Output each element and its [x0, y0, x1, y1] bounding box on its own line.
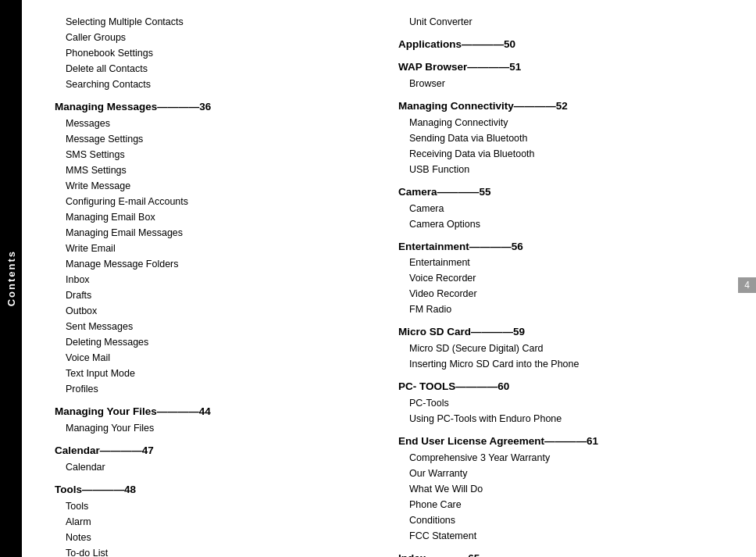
- section-title: Camera————55: [398, 185, 723, 200]
- list-item: Managing Connectivity: [398, 115, 723, 130]
- section-title: WAP Browser————51: [398, 60, 723, 75]
- list-item: Video Recorder: [398, 286, 723, 302]
- list-item: Our Warranty: [398, 466, 723, 481]
- list-item: Manage Message Folders: [55, 256, 380, 272]
- list-item: Sending Data via Bluetooth: [398, 130, 723, 146]
- list-item: What We Will Do: [398, 481, 723, 497]
- list-item: Receiving Data via Bluetooth: [398, 146, 723, 162]
- main-content: Selecting Multiple Contacts Caller Group…: [22, 0, 756, 557]
- list-item: Calendar: [55, 459, 380, 475]
- list-item: Messages: [55, 116, 380, 131]
- list-item: FCC Statement: [398, 528, 723, 544]
- section-title: Applications————50: [398, 37, 723, 52]
- list-item: Comprehensive 3 Year Warranty: [398, 450, 723, 466]
- list-item: Browser: [398, 76, 723, 91]
- section-microsd: Micro SD Card————59 Micro SD (Secure Dig…: [398, 325, 723, 372]
- section-camera: Camera————55 Camera Camera Options: [398, 185, 723, 232]
- list-item: Phonebook Settings: [55, 45, 380, 61]
- list-item: Write Email: [55, 241, 380, 256]
- list-item: Drafts: [55, 287, 380, 303]
- list-item: Phone Care: [398, 497, 723, 512]
- list-item: Configuring E-mail Accounts: [55, 194, 380, 209]
- section-title: Managing Connectivity————52: [398, 99, 723, 114]
- list-item: USB Function: [398, 162, 723, 177]
- list-item: PC-Tools: [398, 395, 723, 411]
- section-title: Managing Messages————36: [55, 100, 380, 115]
- list-item: Managing Email Box: [55, 209, 380, 225]
- section-pctools: PC- TOOLS————60 PC-Tools Using PC-Tools …: [398, 380, 723, 427]
- list-item: Conditions: [398, 512, 723, 528]
- sidebar-contents: Contents: [0, 0, 22, 557]
- list-item: Using PC-Tools with Enduro Phone: [398, 411, 723, 427]
- list-item: Outbox: [55, 303, 380, 319]
- section-connectivity: Managing Connectivity————52 Managing Con…: [398, 99, 723, 177]
- section-applications: Applications————50: [398, 37, 723, 52]
- list-item: Unit Converter: [398, 14, 723, 30]
- section-entertainment: Entertainment————56 Entertainment Voice …: [398, 240, 723, 318]
- list-item: Micro SD (Secure Digital) Card: [398, 341, 723, 356]
- top-items-group: Selecting Multiple Contacts Caller Group…: [55, 14, 380, 92]
- list-item: Notes: [55, 530, 380, 545]
- list-item: To-do List: [55, 545, 380, 557]
- list-item: Message Settings: [55, 131, 380, 147]
- section-title: Micro SD Card————59: [398, 325, 723, 340]
- list-item: Caller Groups: [55, 30, 380, 45]
- list-item: Camera: [398, 201, 723, 216]
- list-item: FM Radio: [398, 302, 723, 317]
- left-column: Selecting Multiple Contacts Caller Group…: [45, 14, 389, 557]
- list-item: Managing Your Files: [55, 420, 380, 436]
- sidebar-label: Contents: [5, 250, 17, 306]
- section-title: Calendar————47: [55, 444, 380, 459]
- list-item: Alarm: [55, 514, 380, 530]
- right-top-items: Unit Converter: [398, 14, 723, 30]
- section-index: Index————65: [398, 552, 723, 557]
- right-column: Unit Converter Applications————50 WAP Br…: [389, 14, 733, 557]
- section-calendar: Calendar————47 Calendar: [55, 444, 380, 475]
- list-item: Inserting Micro SD Card into the Phone: [398, 356, 723, 372]
- section-eula: End User License Agreement————61 Compreh…: [398, 434, 723, 544]
- list-item: Voice Recorder: [398, 270, 723, 286]
- section-managing-messages: Managing Messages————36 Messages Message…: [55, 100, 380, 397]
- section-title: Managing Your Files————44: [55, 405, 380, 420]
- section-tools: Tools————48 Tools Alarm Notes To-do List…: [55, 483, 380, 557]
- list-item: Write Message: [55, 178, 380, 194]
- list-item: MMS Settings: [55, 162, 380, 178]
- list-item: Delete all Contacts: [55, 61, 380, 77]
- page-number-badge: 4: [738, 277, 756, 293]
- section-title: Tools————48: [55, 483, 380, 498]
- list-item: Entertainment: [398, 255, 723, 270]
- list-item: Profiles: [55, 381, 380, 397]
- section-title: Index————65: [398, 552, 723, 557]
- list-item: Inbox: [55, 272, 380, 287]
- list-item: Managing Email Messages: [55, 225, 380, 241]
- list-item: Text Input Mode: [55, 366, 380, 381]
- list-item: Camera Options: [398, 216, 723, 232]
- section-title: Entertainment————56: [398, 240, 723, 255]
- section-title: PC- TOOLS————60: [398, 380, 723, 395]
- section-managing-files: Managing Your Files————44 Managing Your …: [55, 405, 380, 436]
- list-item: Voice Mail: [55, 350, 380, 366]
- list-item: Searching Contacts: [55, 77, 380, 92]
- section-title: End User License Agreement————61: [398, 434, 723, 449]
- list-item: SMS Settings: [55, 147, 380, 162]
- list-item: Selecting Multiple Contacts: [55, 14, 380, 30]
- list-item: Sent Messages: [55, 319, 380, 334]
- list-item: Deleting Messages: [55, 334, 380, 350]
- section-wap-browser: WAP Browser————51 Browser: [398, 60, 723, 91]
- list-item: Tools: [55, 498, 380, 514]
